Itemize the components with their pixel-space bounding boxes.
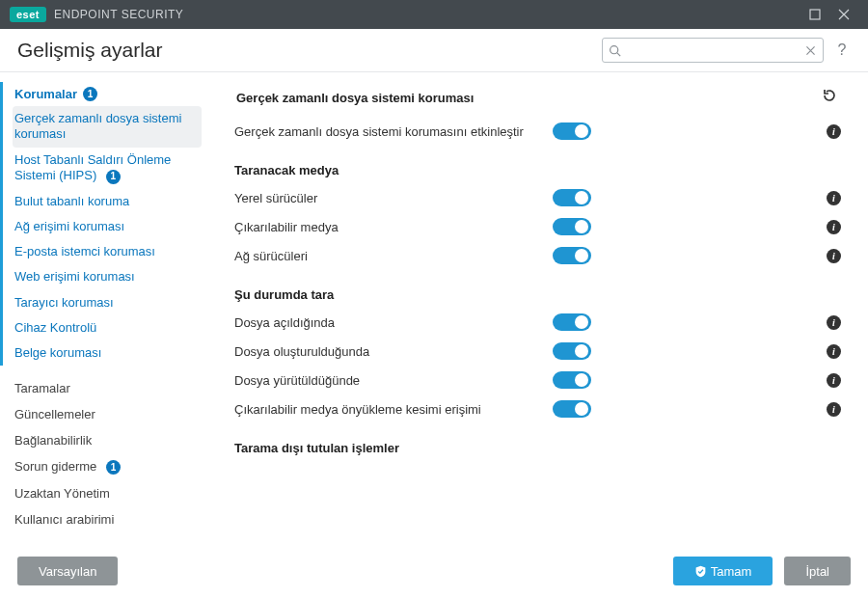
info-icon[interactable]: i <box>827 249 841 263</box>
info-icon[interactable]: i <box>827 402 841 417</box>
sidebar-item-ui[interactable]: Kullanıcı arabirimi <box>13 506 202 532</box>
info-icon[interactable]: i <box>827 220 841 234</box>
subheading-scanwhen: Şu durumda tara <box>234 270 841 308</box>
setting-label: Dosya yürütüldüğünde <box>234 373 553 388</box>
setting-label: Dosya oluşturulduğunda <box>234 344 553 359</box>
sidebar-item-realtime[interactable]: Gerçek zamanlı dosya sistemi koruması <box>13 106 202 148</box>
svg-rect-0 <box>810 10 820 19</box>
sidebar-item-troubleshoot[interactable]: Sorun giderme 1 <box>13 453 202 480</box>
sidebar: Korumalar 1 Gerçek zamanlı dosya sistemi… <box>0 72 207 544</box>
sidebar-item-browser[interactable]: Tarayıcı koruması <box>13 290 202 315</box>
info-icon[interactable]: i <box>827 373 841 388</box>
sidebar-item-email[interactable]: E-posta istemci koruması <box>13 239 202 264</box>
ok-button[interactable]: Tamam <box>673 557 773 585</box>
badge: 1 <box>106 460 121 475</box>
button-label: Tamam <box>711 564 752 579</box>
toggle-removable-media[interactable] <box>553 218 591 235</box>
badge: 1 <box>83 87 97 101</box>
brand-badge: eset <box>10 7 46 22</box>
info-icon[interactable]: i <box>827 315 841 330</box>
toggle-network-drives[interactable] <box>553 247 591 264</box>
main-panel: Gerçek zamanlı dosya sistemi koruması Ge… <box>207 72 868 544</box>
info-icon[interactable]: i <box>827 191 841 205</box>
toggle-file-exec[interactable] <box>553 371 591 389</box>
search-box[interactable] <box>602 38 824 63</box>
page-title: Gelişmiş ayarlar <box>17 39 163 62</box>
svg-point-1 <box>610 45 618 53</box>
sidebar-item-taramalar[interactable]: Taramalar <box>13 375 202 401</box>
sidebar-item-cloud[interactable]: Bulut tabanlı koruma <box>13 189 202 214</box>
setting-label: Çıkarılabilir medya <box>234 220 553 234</box>
sidebar-item-connect[interactable]: Bağlanabilirlik <box>13 427 202 453</box>
toggle-enable-realtime[interactable] <box>553 122 591 140</box>
shield-icon <box>694 565 707 578</box>
toggle-boot-sector[interactable] <box>553 400 591 418</box>
toggle-file-create[interactable] <box>553 342 591 360</box>
clear-icon[interactable] <box>804 44 817 57</box>
section-title: Gerçek zamanlı dosya sistemi koruması <box>236 91 474 105</box>
product-name: ENDPOINT SECURITY <box>54 8 183 21</box>
sidebar-item-remote[interactable]: Uzaktan Yönetim <box>13 480 202 506</box>
sidebar-item-device[interactable]: Cihaz Kontrolü <box>13 315 202 340</box>
sidebar-item-hips[interactable]: Host Tabanlı Saldırı Önleme Sistemi (HIP… <box>13 148 202 189</box>
badge: 1 <box>106 170 121 184</box>
setting-label: Gerçek zamanlı dosya sistemi korumasını … <box>234 124 553 139</box>
search-input[interactable] <box>621 42 804 58</box>
toggle-file-open[interactable] <box>553 313 591 331</box>
setting-label: Ağ sürücüleri <box>234 249 553 263</box>
info-icon[interactable]: i <box>827 344 841 359</box>
sidebar-item-document[interactable]: Belge koruması <box>13 340 202 366</box>
revert-icon[interactable] <box>822 88 837 107</box>
sidebar-item-network[interactable]: Ağ erişimi koruması <box>13 214 202 239</box>
sidebar-item-label: Sorun giderme <box>14 459 96 474</box>
footer: Varsayılan Tamam İptal <box>0 544 868 598</box>
setting-label: Çıkarılabilir medya önyükleme kesimi eri… <box>234 402 553 417</box>
info-icon[interactable]: i <box>827 124 841 139</box>
subheading-excluded: Tarama dışı tutulan işlemler <box>234 423 841 461</box>
setting-label: Dosya açıldığında <box>234 315 553 330</box>
sidebar-item-web[interactable]: Web erişimi koruması <box>13 264 202 289</box>
help-icon[interactable]: ? <box>833 41 851 59</box>
headerbar: Gelişmiş ayarlar ? <box>0 29 868 71</box>
subheading-media: Taranacak medya <box>234 146 841 183</box>
default-button[interactable]: Varsayılan <box>17 557 118 585</box>
search-icon <box>609 44 621 57</box>
cancel-button[interactable]: İptal <box>784 557 851 585</box>
setting-label: Yerel sürücüler <box>234 191 553 205</box>
toggle-local-drives[interactable] <box>553 189 591 206</box>
sidebar-item-korumalar[interactable]: Korumalar 1 <box>13 82 202 106</box>
window-maximize-icon[interactable] <box>800 0 829 29</box>
sidebar-item-label: Host Tabanlı Saldırı Önleme Sistemi (HIP… <box>14 152 171 182</box>
window-close-icon[interactable] <box>829 0 858 29</box>
sidebar-item-label: Korumalar <box>14 87 77 101</box>
titlebar: eset ENDPOINT SECURITY <box>0 0 868 29</box>
sidebar-item-updates[interactable]: Güncellemeler <box>13 401 202 427</box>
